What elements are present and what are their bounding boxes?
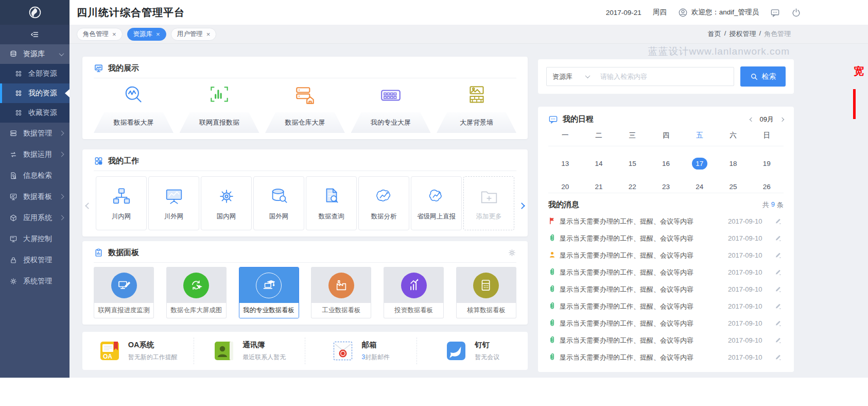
display-item-my-professional-screen[interactable]: 我的专业大屏 [351, 81, 431, 133]
sidebar-item-data-board[interactable]: 数据看板 [0, 186, 70, 207]
calendar-day[interactable]: 26 [750, 176, 784, 193]
sidebar-item-authorization[interactable]: 授权管理 [0, 249, 70, 270]
panel-item-my-professional-board[interactable]: 我的专业数据看板 [239, 267, 299, 318]
calendar-day[interactable]: 13 [548, 153, 582, 170]
close-icon[interactable]: × [156, 31, 160, 38]
user-welcome[interactable]: 欢迎您：andif_管理员 [678, 8, 759, 18]
divider [548, 193, 784, 193]
next-month-button[interactable] [780, 117, 784, 121]
sidebar-item-system-management[interactable]: 系统管理 [0, 270, 70, 292]
message-row[interactable]: 显示当天需要办理的工作、提醒、会议等内容 2017-09-10 [548, 281, 784, 298]
calendar-day[interactable]: 14 [582, 153, 615, 170]
sidebar-item-data-application[interactable]: 数据运用 [0, 144, 70, 165]
work-item-data-analysis[interactable]: 数据分析 [358, 176, 409, 230]
search-button[interactable]: 检索 [740, 66, 786, 87]
search-category-select[interactable]: 资源库 [547, 72, 595, 81]
display-item-dashboard-screen[interactable]: 数据看板大屏 [94, 81, 173, 133]
edit-pencil-icon[interactable] [774, 217, 784, 226]
quicklink-contacts[interactable]: 通讯簿 最近联系人暂无 [194, 337, 305, 364]
edit-pencil-icon[interactable] [774, 302, 784, 311]
message-row[interactable]: 显示当天需要办理的工作、提醒、会议等内容 2017-09-10 [548, 332, 784, 349]
calendar-day[interactable]: 16 [649, 153, 683, 170]
message-row[interactable]: 显示当天需要办理的工作、提醒、会议等内容 2017-09-10 [548, 298, 784, 315]
quicklink-mailbox[interactable]: 邮箱 3封新邮件 [305, 337, 416, 364]
panel-item-industry-board[interactable]: 工业数据看板 [311, 267, 371, 318]
message-row[interactable]: 显示当天需要办理的工作、提醒、会议等内容 2017-09-10 [548, 213, 784, 230]
edit-pencil-icon[interactable] [774, 268, 784, 277]
carousel-next-button[interactable] [519, 201, 524, 210]
breadcrumb-home[interactable]: 首页 [708, 29, 721, 39]
calendar-day[interactable]: 22 [616, 176, 649, 193]
sidebar-collapse-button[interactable] [0, 25, 70, 44]
edit-pencil-icon[interactable] [774, 319, 784, 328]
search-input[interactable] [595, 73, 734, 80]
calendar-day[interactable]: 23 [649, 176, 683, 193]
chevron-left-icon [85, 202, 92, 209]
sidebar-item-info-search[interactable]: 信息检索 [0, 165, 70, 186]
display-item-data-warehouse-screen[interactable]: 数据仓库大屏 [265, 81, 345, 133]
tab-user-management[interactable]: 用户管理 × [171, 28, 217, 41]
quicklink-title: 钉钉 [475, 340, 499, 350]
panel-item-report-progress[interactable]: 联网直报进度监测 [94, 267, 154, 318]
paperclip-icon [548, 319, 556, 327]
display-item-background-wall[interactable]: 大屏背景墙 [437, 81, 516, 133]
carousel-prev-button[interactable] [86, 201, 91, 210]
panel-item-accounting-board[interactable]: 核算数据看板 [456, 267, 516, 318]
work-item-domestic-net[interactable]: 国内网 [201, 176, 252, 230]
edit-pencil-icon[interactable] [774, 336, 784, 345]
display-item-online-report-data[interactable]: 联网直报数据 [180, 81, 259, 133]
mail-stamp-icon [332, 340, 354, 362]
message-row[interactable]: 显示当天需要办理的工作、提醒、会议等内容 2017-09-10 [548, 230, 784, 247]
search-category-value: 资源库 [552, 72, 572, 81]
message-row[interactable]: 显示当天需要办理的工作、提醒、会议等内容 2017-09-10 [548, 247, 784, 264]
sidebar-item-application-system[interactable]: 应用系统 [0, 207, 70, 228]
message-row[interactable]: 显示当天需要办理的工作、提醒、会议等内容 2017-09-10 [548, 264, 784, 281]
message-row[interactable]: 显示当天需要办理的工作、提醒、会议等内容 2017-09-10 [548, 315, 784, 332]
chevron-right-icon [59, 131, 64, 136]
quicklink-dingtalk[interactable]: 钉钉 暂无会议 [416, 337, 528, 364]
calendar-day[interactable]: 19 [750, 153, 784, 170]
prev-month-button[interactable] [749, 117, 753, 121]
calendar-day[interactable]: 15 [616, 153, 649, 170]
edit-pencil-icon[interactable] [774, 285, 784, 294]
tab-role-management[interactable]: 角色管理 × [77, 28, 123, 41]
edit-pencil-icon[interactable] [774, 251, 784, 260]
sidebar-item-screen-control[interactable]: 大屏控制 [0, 228, 70, 249]
database-icon [9, 50, 18, 58]
sidebar-item-all-resources[interactable]: 全部资源 [0, 64, 70, 83]
calendar-day[interactable]: 20 [548, 176, 582, 193]
app-logo[interactable] [0, 0, 70, 25]
quicklink-oa-system[interactable]: OA系统 暂无新的工作提醒 [82, 337, 194, 364]
sidebar-item-favorite-resources[interactable]: 收藏资源 [0, 103, 70, 123]
calendar-day[interactable]: 18 [716, 153, 750, 170]
close-icon[interactable]: × [112, 31, 116, 38]
calendar-day[interactable]: 21 [582, 176, 615, 193]
edit-pencil-icon[interactable] [774, 353, 784, 362]
calendar-day[interactable]: 25 [716, 176, 750, 193]
sidebar-item-resource-library[interactable]: 资源库 [0, 44, 70, 64]
sidebar-item-my-resources[interactable]: 我的资源 [0, 83, 70, 103]
panel-item-investment-board[interactable]: 投资数据看板 [384, 267, 444, 318]
edit-pencil-icon[interactable] [774, 234, 784, 243]
work-item-extranet[interactable]: 川外网 [148, 176, 199, 230]
settings-gear-icon[interactable] [508, 248, 516, 257]
messages-button[interactable] [770, 8, 780, 18]
message-row[interactable]: 显示当天需要办理的工作、提醒、会议等内容 2017-09-10 [548, 349, 784, 366]
refresh-cursor-icon [186, 275, 206, 296]
breadcrumb-section[interactable]: 授权管理 [729, 29, 756, 39]
work-item-intranet[interactable]: 川内网 [96, 176, 147, 230]
work-item-label: 省级网上直报 [417, 212, 456, 221]
logout-button[interactable] [791, 8, 801, 18]
work-item-provincial-report[interactable]: 省级网上直报 [411, 176, 462, 230]
work-item-foreign-net[interactable]: 国外网 [253, 176, 304, 230]
sidebar-item-data-management[interactable]: 数据管理 [0, 123, 70, 144]
work-item-add-more[interactable]: 添加更多 [463, 176, 514, 230]
weekday-row: 一 二 三 四 五 六 日 [548, 131, 784, 146]
calendar-day-selected[interactable]: 17 [683, 153, 716, 170]
panel-item-warehouse-mapping[interactable]: 数据仓库大屏成图 [166, 267, 227, 318]
quick-links-card: OA系统 暂无新的工作提醒 通讯簿 最近联系人暂无 [82, 332, 528, 370]
work-item-data-query[interactable]: 数据查询 [306, 176, 357, 230]
tab-resource-library[interactable]: 资源库 × [127, 28, 166, 41]
close-icon[interactable]: × [206, 31, 211, 38]
calendar-day[interactable]: 24 [683, 176, 716, 193]
